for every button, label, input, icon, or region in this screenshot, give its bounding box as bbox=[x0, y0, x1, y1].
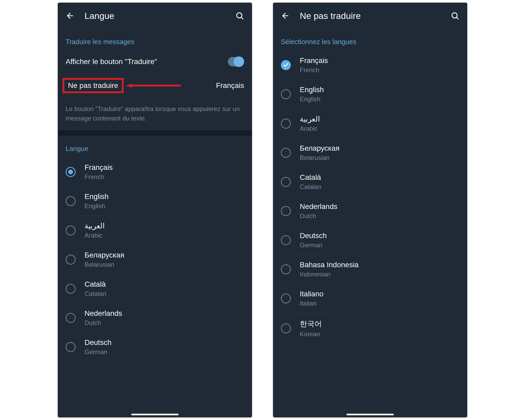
language-list: FrançaisFrenchEnglishEnglishالعربيةArabi… bbox=[273, 51, 467, 344]
radio-indicator[interactable] bbox=[66, 342, 76, 352]
language-native-name: Français bbox=[300, 56, 328, 65]
language-texts: FrançaisFrench bbox=[300, 56, 328, 74]
content-area: Sélectionnez les langues FrançaisFrenchE… bbox=[273, 29, 467, 417]
language-native-name: 한국어 bbox=[300, 319, 322, 329]
language-texts: EnglishEnglish bbox=[300, 86, 324, 103]
radio-indicator[interactable] bbox=[66, 284, 76, 294]
language-item[interactable]: FrançaisFrench bbox=[281, 51, 467, 80]
search-icon bbox=[235, 11, 244, 20]
show-translate-button-row[interactable]: Afficher le bouton "Traduire" bbox=[58, 51, 252, 73]
page-title: Langue bbox=[85, 11, 235, 21]
language-texts: NederlandsDutch bbox=[300, 202, 337, 220]
language-section-header: Langue bbox=[58, 136, 252, 158]
language-texts: БеларускаяBelarusian bbox=[300, 144, 339, 161]
language-native-name: Català bbox=[85, 280, 106, 288]
language-native-name: Беларуская bbox=[85, 251, 124, 259]
language-item[interactable]: CatalàCatalan bbox=[281, 167, 467, 196]
language-english-name: English bbox=[85, 202, 109, 210]
language-texts: FrançaisFrench bbox=[85, 163, 113, 181]
radio-indicator[interactable] bbox=[66, 225, 76, 235]
do-not-translate-label: Ne pas traduire bbox=[68, 81, 118, 90]
language-texts: DeutschGerman bbox=[300, 232, 327, 249]
language-item[interactable]: FrançaisFrench bbox=[66, 158, 252, 186]
language-texts: EnglishEnglish bbox=[85, 192, 109, 210]
language-native-name: English bbox=[85, 192, 109, 201]
language-native-name: Français bbox=[85, 163, 113, 172]
language-item[interactable]: ItalianoItalian bbox=[281, 284, 467, 313]
language-native-name: Nederlands bbox=[300, 202, 337, 211]
checkbox-indicator[interactable] bbox=[281, 119, 291, 129]
language-english-name: Catalan bbox=[85, 290, 106, 297]
highlight-annotation: Ne pas traduire bbox=[62, 78, 124, 93]
do-not-translate-row[interactable]: Ne pas traduire Français bbox=[58, 73, 252, 98]
language-item[interactable]: DeutschGerman bbox=[66, 332, 252, 361]
language-native-name: English bbox=[300, 86, 324, 94]
language-english-name: Italian bbox=[300, 300, 323, 307]
language-native-name: Italiano bbox=[300, 290, 323, 298]
language-texts: 한국어Korean bbox=[300, 319, 322, 338]
back-button[interactable] bbox=[65, 11, 75, 21]
language-native-name: العربية bbox=[300, 115, 320, 123]
language-texts: БеларускаяBelarusian bbox=[85, 251, 124, 268]
language-item[interactable]: DeutschGerman bbox=[281, 225, 467, 255]
checkbox-indicator[interactable] bbox=[281, 323, 291, 333]
radio-indicator[interactable] bbox=[66, 167, 76, 177]
language-texts: CatalàCatalan bbox=[85, 280, 106, 297]
language-english-name: Korean bbox=[300, 330, 322, 338]
checkbox-indicator[interactable] bbox=[281, 235, 291, 245]
language-native-name: Deutsch bbox=[85, 338, 112, 347]
do-not-translate-screen: Ne pas traduire Sélectionnez les langues… bbox=[273, 3, 467, 417]
radio-indicator[interactable] bbox=[66, 196, 76, 206]
search-button[interactable] bbox=[235, 11, 245, 21]
home-indicator bbox=[346, 414, 394, 415]
checkbox-indicator[interactable] bbox=[281, 293, 291, 303]
language-item[interactable]: БеларускаяBelarusian bbox=[281, 138, 467, 167]
svg-marker-4 bbox=[126, 83, 132, 88]
language-settings-screen: Langue Traduire les messages Afficher le… bbox=[58, 3, 252, 417]
checkbox-indicator[interactable] bbox=[281, 177, 291, 187]
language-item[interactable]: العربيةArabic bbox=[281, 109, 467, 138]
checkbox-indicator[interactable] bbox=[281, 89, 291, 99]
topbar: Langue bbox=[58, 3, 252, 29]
checkbox-indicator[interactable] bbox=[281, 60, 291, 70]
language-english-name: Arabic bbox=[300, 125, 320, 132]
checkbox-indicator[interactable] bbox=[281, 206, 291, 216]
language-texts: DeutschGerman bbox=[85, 338, 112, 356]
show-translate-toggle[interactable] bbox=[228, 57, 244, 66]
checkbox-indicator[interactable] bbox=[281, 264, 291, 274]
back-arrow-icon bbox=[66, 11, 75, 20]
home-indicator bbox=[131, 414, 178, 415]
check-icon bbox=[283, 62, 289, 68]
language-item[interactable]: CatalàCatalan bbox=[66, 274, 252, 303]
translate-section-header: Traduire les messages bbox=[58, 29, 252, 51]
language-item[interactable]: 한국어Korean bbox=[281, 313, 467, 344]
back-arrow-icon bbox=[281, 11, 290, 20]
search-button[interactable] bbox=[450, 11, 460, 21]
language-english-name: French bbox=[300, 66, 328, 74]
language-item[interactable]: Bahasa IndonesiaIndonesian bbox=[281, 255, 467, 284]
language-texts: CatalàCatalan bbox=[300, 173, 322, 191]
select-languages-header: Sélectionnez les langues bbox=[273, 29, 467, 51]
language-texts: Bahasa IndonesiaIndonesian bbox=[300, 261, 359, 278]
language-item[interactable]: EnglishEnglish bbox=[281, 80, 467, 109]
language-english-name: Dutch bbox=[300, 212, 337, 220]
radio-indicator[interactable] bbox=[66, 255, 76, 265]
content-area: Traduire les messages Afficher le bouton… bbox=[58, 29, 252, 417]
language-item[interactable]: NederlandsDutch bbox=[66, 303, 252, 332]
language-item[interactable]: NederlandsDutch bbox=[281, 196, 467, 225]
do-not-translate-value: Français bbox=[216, 81, 244, 90]
language-native-name: Català bbox=[300, 173, 322, 182]
language-english-name: French bbox=[85, 173, 113, 181]
language-native-name: العربية bbox=[85, 222, 105, 230]
language-texts: العربيةArabic bbox=[300, 115, 320, 132]
language-native-name: Nederlands bbox=[85, 309, 122, 318]
language-item[interactable]: العربيةArabic bbox=[66, 216, 252, 245]
checkbox-indicator[interactable] bbox=[281, 148, 291, 158]
section-spacer bbox=[58, 130, 252, 136]
language-english-name: German bbox=[300, 242, 327, 249]
language-item[interactable]: EnglishEnglish bbox=[66, 186, 252, 216]
language-item[interactable]: БеларускаяBelarusian bbox=[66, 245, 252, 274]
language-list: FrançaisFrenchEnglishEnglishالعربيةArabi… bbox=[58, 158, 252, 361]
back-button[interactable] bbox=[280, 11, 290, 21]
radio-indicator[interactable] bbox=[66, 313, 76, 323]
